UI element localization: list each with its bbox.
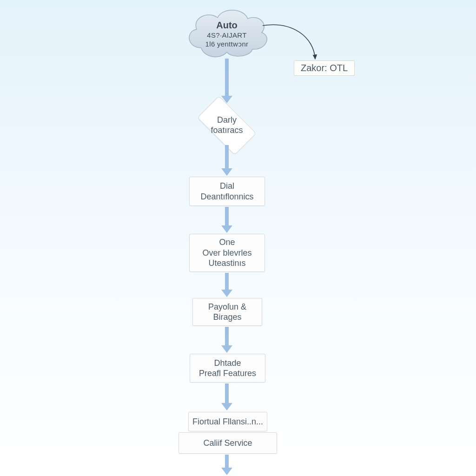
start-cloud: Auto 4S?·AIJART 1l6 yenttwɔnr — [183, 4, 271, 64]
step6-line1: Caliif Service — [203, 438, 252, 449]
step-box-3: Payoſun & Birages — [192, 298, 262, 326]
step4-line1: Dhtade — [214, 358, 241, 369]
start-cloud-label: Auto 4S?·AIJART 1l6 yenttwɔnr — [183, 20, 271, 49]
decision-diamond: Darly foatıracs — [190, 105, 264, 146]
step3-line2: Birages — [213, 312, 241, 323]
cloud-line3: 1l6 yenttwɔnr — [183, 40, 271, 49]
step1-line2: Deantıflonnics — [200, 192, 253, 202]
arrow-cloud-to-decision — [223, 59, 231, 103]
step-box-1: Dial Deantıflonnics — [189, 177, 265, 206]
chevron-down-icon — [221, 345, 232, 353]
step-box-4: Dhtade Preafl Features — [190, 354, 265, 383]
arrow-step4-to-step5 — [223, 383, 231, 410]
step2-line3: Uteastinıs — [208, 258, 245, 269]
sidenote-box: Zakor: OTL — [294, 60, 355, 76]
step2-line1: One — [219, 237, 235, 248]
flowchart-canvas: Auto 4S?·AIJART 1l6 yenttwɔnr Zakor: OTL… — [0, 0, 476, 476]
arrow-decision-to-step1 — [223, 145, 231, 176]
step-box-2: One Over blevrles Uteastinıs — [189, 234, 265, 272]
step1-line1: Dial — [220, 181, 234, 192]
chevron-down-icon — [221, 290, 232, 297]
step2-line2: Over blevrles — [202, 248, 251, 258]
cloud-line2: 4S?·AIJART — [183, 31, 271, 40]
step-box-5: Fiortual Fllansi..n... — [188, 412, 267, 431]
step3-line1: Payoſun & — [208, 302, 246, 312]
cloud-title: Auto — [183, 20, 271, 31]
chevron-down-icon — [221, 225, 232, 233]
decision-line2: foatıracs — [211, 126, 243, 136]
arrow-step2-to-step3 — [223, 273, 231, 297]
decision-line1: Darly — [217, 115, 237, 126]
sidenote-text: Zakor: OTL — [301, 63, 348, 73]
step-box-6: Caliif Service — [178, 432, 277, 454]
step4-line2: Preafl Features — [199, 368, 256, 379]
chevron-down-icon — [221, 403, 232, 410]
step5-line1: Fiortual Fllansi..n... — [192, 416, 263, 427]
arrow-step1-to-step2 — [223, 207, 231, 233]
arrow-step3-to-step4 — [223, 327, 231, 353]
chevron-down-icon — [221, 468, 232, 475]
chevron-down-icon — [221, 168, 232, 176]
arrow-step6-continues — [223, 455, 231, 475]
